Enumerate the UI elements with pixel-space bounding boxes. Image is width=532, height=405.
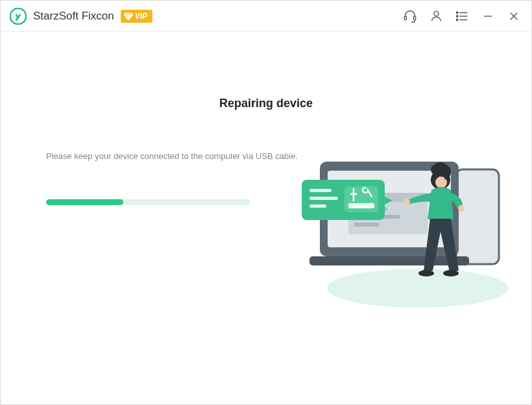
svg-rect-26 [309,197,338,200]
svg-rect-27 [309,204,326,208]
svg-rect-17 [309,256,469,265]
vip-label: VIP [135,12,147,21]
support-icon[interactable] [403,9,417,23]
svg-point-32 [404,199,410,205]
account-icon[interactable] [429,9,443,23]
app-window: StarzSoft Fixcon VIP [0,0,532,405]
svg-point-33 [458,205,465,212]
svg-point-4 [456,12,457,13]
progress-fill [46,199,123,205]
repair-illustration [298,142,512,311]
svg-point-8 [456,19,457,20]
svg-rect-25 [309,189,332,192]
app-title: StarzSoft Fixcon [33,10,114,23]
svg-point-34 [418,270,434,276]
diamond-icon [123,11,134,21]
vip-badge: VIP [121,10,152,23]
svg-rect-14 [456,169,499,264]
instruction-text: Please keep your device connected to the… [46,151,298,161]
svg-rect-22 [354,223,380,227]
minimize-button[interactable] [481,9,495,23]
svg-point-13 [327,269,509,308]
app-logo-icon [10,8,27,25]
titlebar-actions [403,9,521,23]
svg-point-35 [443,270,459,276]
svg-point-6 [456,15,457,16]
page-title: Repairing device [1,97,531,110]
close-button[interactable] [507,9,521,23]
svg-point-3 [433,11,438,16]
main-content: Repairing device Please keep your device… [1,32,531,404]
menu-icon[interactable] [455,9,469,23]
svg-rect-29 [348,203,374,208]
progress-bar [46,199,250,205]
titlebar: StarzSoft Fixcon VIP [1,1,531,32]
